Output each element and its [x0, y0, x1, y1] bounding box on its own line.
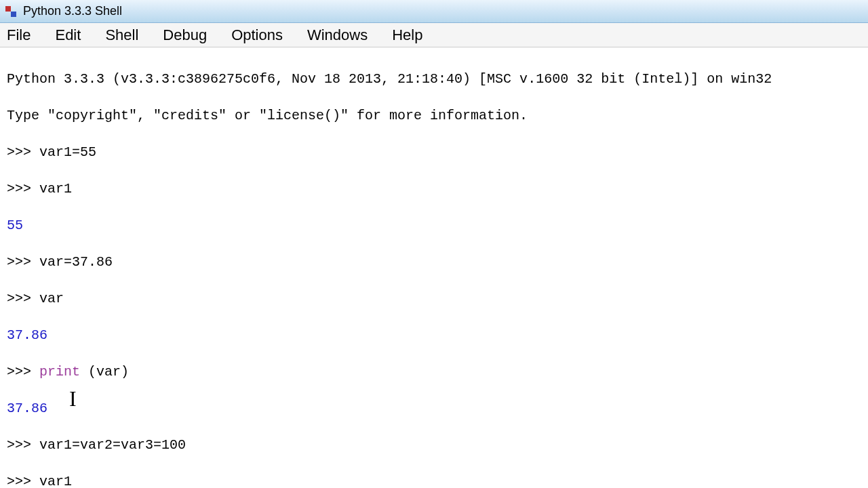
prompt: >>> — [7, 474, 39, 488]
prompt: >>> — [7, 144, 39, 160]
output-line: 37.86 — [7, 326, 861, 344]
output-line: 37.86 — [7, 399, 861, 418]
input-line: >>> var — [7, 289, 861, 308]
menu-help[interactable]: Help — [380, 24, 435, 47]
code-text: var1 — [39, 474, 72, 488]
code-text: var — [39, 291, 64, 306]
prompt: >>> — [7, 291, 39, 306]
banner-line: Python 3.3.3 (v3.3.3:c3896275c0f6, Nov 1… — [7, 70, 861, 88]
input-line: >>> var1 — [7, 180, 861, 198]
menu-windows[interactable]: Windows — [295, 24, 380, 47]
titlebar: Python 3.3.3 Shell — [0, 0, 868, 23]
menu-edit[interactable]: Edit — [43, 24, 93, 47]
keyword-print: print — [39, 364, 80, 380]
menu-file[interactable]: File — [0, 24, 43, 47]
mouse-cursor-ibeam: I — [69, 386, 77, 411]
prompt: >>> — [7, 364, 39, 380]
input-line: >>> var1 — [7, 472, 861, 488]
input-line: >>> var1=var2=var3=100 — [7, 436, 861, 454]
code-text: var=37.86 — [39, 254, 113, 270]
prompt: >>> — [7, 181, 39, 197]
input-line: >>> var=37.86 — [7, 253, 861, 271]
menu-options[interactable]: Options — [219, 24, 295, 47]
code-text: (var) — [80, 364, 129, 380]
input-line: >>> print (var) — [7, 363, 861, 381]
prompt: >>> — [7, 437, 39, 453]
menu-debug[interactable]: Debug — [151, 24, 219, 47]
prompt: >>> — [7, 254, 39, 270]
code-text: var1=var2=var3=100 — [39, 437, 186, 453]
app-icon — [4, 5, 18, 18]
output-line: 55 — [7, 216, 861, 235]
banner-line: Type "copyright", "credits" or "license(… — [7, 106, 861, 125]
terminal-area[interactable]: Python 3.3.3 (v3.3.3:c3896275c0f6, Nov 1… — [0, 47, 868, 488]
code-text: var1 — [39, 181, 72, 197]
menu-shell[interactable]: Shell — [93, 24, 151, 47]
window-title: Python 3.3.3 Shell — [23, 4, 122, 18]
code-text: var1=55 — [39, 144, 96, 160]
menubar: File Edit Shell Debug Options Windows He… — [0, 23, 868, 47]
input-line: >>> var1=55 — [7, 143, 861, 161]
